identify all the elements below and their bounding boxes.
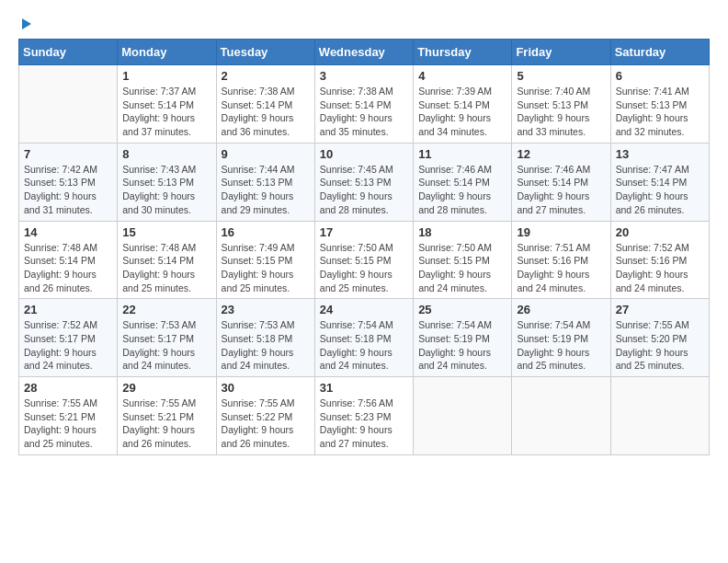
day-info: Sunrise: 7:55 AMSunset: 5:21 PMDaylight:…: [122, 396, 210, 451]
calendar-cell: 9Sunrise: 7:44 AMSunset: 5:13 PMDaylight…: [216, 143, 314, 221]
day-number: 5: [517, 69, 605, 83]
calendar-cell: 10Sunrise: 7:45 AMSunset: 5:13 PMDayligh…: [314, 143, 413, 221]
page-header: [18, 18, 710, 29]
day-number: 28: [24, 381, 112, 395]
day-info: Sunrise: 7:41 AMSunset: 5:13 PMDaylight:…: [616, 85, 704, 139]
day-number: 18: [418, 225, 506, 239]
calendar-cell: 14Sunrise: 7:48 AMSunset: 5:14 PMDayligh…: [19, 221, 118, 299]
day-number: 6: [616, 69, 704, 83]
day-info: Sunrise: 7:40 AMSunset: 5:13 PMDaylight:…: [517, 85, 605, 139]
calendar-cell: [512, 377, 610, 455]
calendar-cell: 31Sunrise: 7:56 AMSunset: 5:23 PMDayligh…: [314, 377, 413, 455]
day-info: Sunrise: 7:54 AMSunset: 5:19 PMDaylight:…: [517, 318, 605, 373]
day-info: Sunrise: 7:42 AMSunset: 5:13 PMDaylight:…: [24, 163, 112, 217]
calendar-cell: [610, 377, 709, 455]
weekday-header-thursday: Thursday: [414, 40, 512, 65]
day-info: Sunrise: 7:37 AMSunset: 5:14 PMDaylight:…: [122, 85, 210, 139]
calendar-cell: [19, 65, 118, 144]
logo: [18, 18, 31, 29]
weekday-header-wednesday: Wednesday: [314, 40, 413, 65]
day-info: Sunrise: 7:55 AMSunset: 5:20 PMDaylight:…: [616, 318, 704, 373]
day-number: 30: [222, 381, 310, 395]
calendar-cell: 2Sunrise: 7:38 AMSunset: 5:14 PMDaylight…: [216, 65, 314, 144]
day-info: Sunrise: 7:50 AMSunset: 5:15 PMDaylight:…: [418, 241, 506, 295]
day-number: 7: [24, 147, 112, 161]
day-number: 9: [222, 147, 310, 161]
calendar-week-4: 21Sunrise: 7:52 AMSunset: 5:17 PMDayligh…: [19, 299, 710, 377]
calendar-week-5: 28Sunrise: 7:55 AMSunset: 5:21 PMDayligh…: [19, 377, 710, 455]
calendar-week-1: 1Sunrise: 7:37 AMSunset: 5:14 PMDaylight…: [19, 65, 710, 144]
day-number: 12: [517, 147, 605, 161]
weekday-header-saturday: Saturday: [610, 40, 709, 65]
calendar-cell: 26Sunrise: 7:54 AMSunset: 5:19 PMDayligh…: [512, 299, 610, 377]
day-number: 8: [122, 147, 210, 161]
day-number: 23: [222, 303, 310, 316]
day-info: Sunrise: 7:54 AMSunset: 5:19 PMDaylight:…: [418, 318, 506, 373]
calendar-cell: 30Sunrise: 7:55 AMSunset: 5:22 PMDayligh…: [216, 377, 314, 455]
calendar-cell: 17Sunrise: 7:50 AMSunset: 5:15 PMDayligh…: [314, 221, 413, 299]
day-number: 3: [320, 69, 408, 83]
day-info: Sunrise: 7:46 AMSunset: 5:14 PMDaylight:…: [418, 163, 506, 217]
calendar-cell: [414, 377, 512, 455]
day-number: 19: [517, 225, 605, 239]
day-info: Sunrise: 7:44 AMSunset: 5:13 PMDaylight:…: [222, 163, 310, 217]
calendar-cell: 6Sunrise: 7:41 AMSunset: 5:13 PMDaylight…: [610, 65, 709, 144]
day-number: 27: [616, 303, 704, 316]
calendar-cell: 3Sunrise: 7:38 AMSunset: 5:14 PMDaylight…: [314, 65, 413, 144]
day-info: Sunrise: 7:46 AMSunset: 5:14 PMDaylight:…: [517, 163, 605, 217]
day-number: 20: [616, 225, 704, 239]
calendar-cell: 7Sunrise: 7:42 AMSunset: 5:13 PMDaylight…: [19, 143, 118, 221]
day-info: Sunrise: 7:53 AMSunset: 5:18 PMDaylight:…: [222, 318, 310, 373]
day-info: Sunrise: 7:55 AMSunset: 5:21 PMDaylight:…: [24, 396, 112, 451]
weekday-header-tuesday: Tuesday: [216, 40, 314, 65]
calendar-cell: 18Sunrise: 7:50 AMSunset: 5:15 PMDayligh…: [414, 221, 512, 299]
day-info: Sunrise: 7:38 AMSunset: 5:14 PMDaylight:…: [320, 85, 408, 139]
day-info: Sunrise: 7:54 AMSunset: 5:18 PMDaylight:…: [320, 318, 408, 373]
day-number: 10: [320, 147, 408, 161]
day-info: Sunrise: 7:47 AMSunset: 5:14 PMDaylight:…: [616, 163, 704, 217]
calendar-cell: 4Sunrise: 7:39 AMSunset: 5:14 PMDaylight…: [414, 65, 512, 144]
day-info: Sunrise: 7:49 AMSunset: 5:15 PMDaylight:…: [222, 241, 310, 295]
calendar-week-3: 14Sunrise: 7:48 AMSunset: 5:14 PMDayligh…: [19, 221, 710, 299]
day-number: 2: [222, 69, 310, 83]
day-info: Sunrise: 7:52 AMSunset: 5:17 PMDaylight:…: [24, 318, 112, 373]
logo-arrow-icon: [22, 18, 31, 29]
weekday-header-row: SundayMondayTuesdayWednesdayThursdayFrid…: [19, 40, 710, 65]
day-number: 16: [222, 225, 310, 239]
weekday-header-friday: Friday: [512, 40, 610, 65]
day-info: Sunrise: 7:55 AMSunset: 5:22 PMDaylight:…: [222, 396, 310, 451]
day-info: Sunrise: 7:43 AMSunset: 5:13 PMDaylight:…: [122, 163, 210, 217]
calendar-cell: 28Sunrise: 7:55 AMSunset: 5:21 PMDayligh…: [19, 377, 118, 455]
day-number: 11: [418, 147, 506, 161]
calendar-cell: 20Sunrise: 7:52 AMSunset: 5:16 PMDayligh…: [610, 221, 709, 299]
day-info: Sunrise: 7:51 AMSunset: 5:16 PMDaylight:…: [517, 241, 605, 295]
calendar-table: SundayMondayTuesdayWednesdayThursdayFrid…: [18, 39, 710, 455]
day-info: Sunrise: 7:52 AMSunset: 5:16 PMDaylight:…: [616, 241, 704, 295]
day-info: Sunrise: 7:45 AMSunset: 5:13 PMDaylight:…: [320, 163, 408, 217]
day-number: 14: [24, 225, 112, 239]
calendar-cell: 23Sunrise: 7:53 AMSunset: 5:18 PMDayligh…: [216, 299, 314, 377]
day-number: 29: [122, 381, 210, 395]
day-number: 22: [122, 303, 210, 316]
calendar-cell: 16Sunrise: 7:49 AMSunset: 5:15 PMDayligh…: [216, 221, 314, 299]
calendar-cell: 25Sunrise: 7:54 AMSunset: 5:19 PMDayligh…: [414, 299, 512, 377]
day-info: Sunrise: 7:48 AMSunset: 5:14 PMDaylight:…: [24, 241, 112, 295]
day-number: 26: [517, 303, 605, 316]
day-number: 4: [418, 69, 506, 83]
calendar-cell: 27Sunrise: 7:55 AMSunset: 5:20 PMDayligh…: [610, 299, 709, 377]
day-number: 1: [122, 69, 210, 83]
day-number: 25: [418, 303, 506, 316]
day-number: 21: [24, 303, 112, 316]
weekday-header-monday: Monday: [118, 40, 216, 65]
calendar-cell: 15Sunrise: 7:48 AMSunset: 5:14 PMDayligh…: [118, 221, 216, 299]
weekday-header-sunday: Sunday: [19, 40, 118, 65]
day-info: Sunrise: 7:39 AMSunset: 5:14 PMDaylight:…: [418, 85, 506, 139]
calendar-cell: 29Sunrise: 7:55 AMSunset: 5:21 PMDayligh…: [118, 377, 216, 455]
calendar-cell: 1Sunrise: 7:37 AMSunset: 5:14 PMDaylight…: [118, 65, 216, 144]
day-info: Sunrise: 7:56 AMSunset: 5:23 PMDaylight:…: [320, 396, 408, 451]
day-info: Sunrise: 7:53 AMSunset: 5:17 PMDaylight:…: [122, 318, 210, 373]
day-info: Sunrise: 7:50 AMSunset: 5:15 PMDaylight:…: [320, 241, 408, 295]
calendar-cell: 19Sunrise: 7:51 AMSunset: 5:16 PMDayligh…: [512, 221, 610, 299]
day-number: 13: [616, 147, 704, 161]
day-number: 31: [320, 381, 408, 395]
